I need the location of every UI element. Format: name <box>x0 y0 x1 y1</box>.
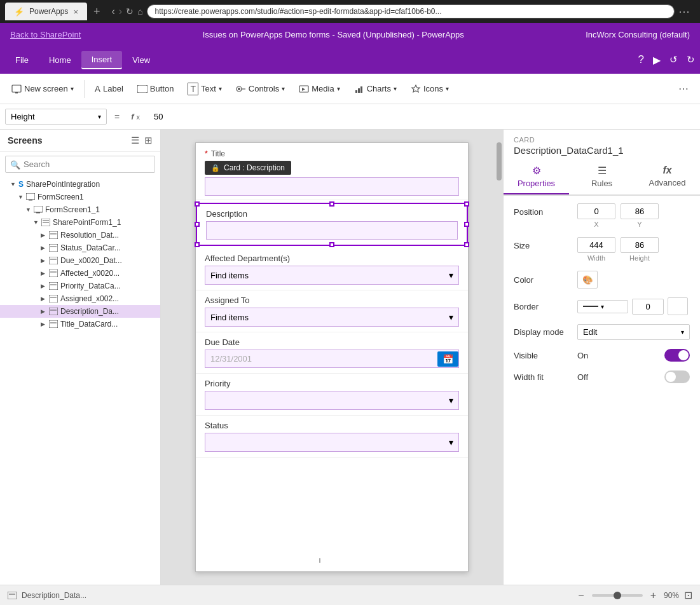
calendar-btn[interactable]: 📅 <box>437 351 458 367</box>
sidebar-grid-icon[interactable]: ⊞ <box>144 135 153 146</box>
zoom-level: 90% <box>664 591 679 600</box>
sidebar-item-resolution[interactable]: ▶ Resolution_Dat... <box>0 229 160 241</box>
media-caret: ▾ <box>337 85 340 92</box>
sidebar-item-affected[interactable]: ▶ Affected_x0020... <box>0 267 160 280</box>
property-dropdown[interactable]: Height ▾ <box>5 109 107 125</box>
canvas-vscrollbar[interactable] <box>495 130 503 564</box>
text-icon: T <box>188 83 198 95</box>
card-icon <box>49 269 58 277</box>
border-value-input[interactable] <box>632 299 664 315</box>
size-label: Size <box>514 237 577 250</box>
due-date-field[interactable]: 12/31/2001 📅 <box>205 350 459 368</box>
card-label: CARD <box>514 136 690 144</box>
new-screen-btn[interactable]: New screen ▾ <box>5 78 80 100</box>
menu-insert[interactable]: Insert <box>81 51 123 69</box>
button-btn[interactable]: Button <box>131 78 181 100</box>
browser-tab[interactable]: ⚡ PowerApps × <box>5 3 87 20</box>
due-date-section: Due Date 12/31/2001 📅 <box>196 332 468 374</box>
component-icon <box>8 592 17 599</box>
border-color-swatch[interactable] <box>668 297 688 315</box>
svg-rect-1 <box>15 92 18 93</box>
card-icon <box>49 231 58 239</box>
sidebar-list-icon[interactable]: ☰ <box>131 135 139 146</box>
sidebar-item-due[interactable]: ▶ Due_x0020_Dat... <box>0 254 160 267</box>
button-icon <box>137 85 148 93</box>
home-btn[interactable]: ⌂ <box>137 6 142 17</box>
sidebar-item-sharepointform[interactable]: ▼ SharePointForm1_1 <box>0 216 160 229</box>
handle-bm <box>329 242 334 247</box>
search-input[interactable] <box>5 156 155 173</box>
icons-btn[interactable]: Icons ▾ <box>404 78 455 100</box>
back-to-sharepoint-link[interactable]: Back to SharePoint <box>10 30 81 39</box>
icons-tool-icon <box>411 84 421 94</box>
priority-dropdown[interactable]: ▾ <box>205 391 459 410</box>
more-btn[interactable]: ⋯ <box>672 78 695 100</box>
sidebar-item-sharepoint-integration[interactable]: ▼ S SharePointIntegration <box>0 178 160 191</box>
tab-properties[interactable]: ⚙ Properties <box>504 158 569 194</box>
zoom-minus-btn[interactable]: − <box>575 590 586 601</box>
media-btn[interactable]: Media ▾ <box>292 78 346 100</box>
size-height-input[interactable] <box>621 237 659 253</box>
sidebar-item-title-card[interactable]: ▶ Title_DataCard... <box>0 318 160 330</box>
svg-rect-13 <box>34 206 43 212</box>
sidebar-item-assigned[interactable]: ▶ Assigned_x002... <box>0 292 160 305</box>
display-mode-dropdown[interactable]: Edit ▾ <box>577 324 690 340</box>
sidebar-item-status[interactable]: ▶ Status_DataCar... <box>0 241 160 254</box>
assigned-to-dropdown[interactable]: Find items ▾ <box>205 308 459 327</box>
play-icon[interactable]: ▶ <box>653 54 661 66</box>
dropdown-caret-icon: ▾ <box>449 312 453 322</box>
color-swatch[interactable]: 🎨 <box>577 271 598 289</box>
zoom-plus-btn[interactable]: + <box>648 590 659 601</box>
refresh-btn[interactable]: ↻ <box>126 6 134 17</box>
visible-toggle[interactable] <box>664 349 690 362</box>
status-dropdown[interactable]: ▾ <box>205 433 459 452</box>
tab-advanced[interactable]: fx Advanced <box>635 158 700 194</box>
visible-label: Visible <box>514 351 577 360</box>
menu-file[interactable]: File <box>5 51 39 69</box>
help-icon[interactable]: ? <box>638 53 644 66</box>
description-input[interactable] <box>206 221 458 240</box>
fx-button[interactable]: fx <box>127 112 144 121</box>
display-mode-caret: ▾ <box>681 329 684 336</box>
size-width-input[interactable] <box>577 237 615 253</box>
menu-home[interactable]: Home <box>39 51 81 69</box>
properties-panel: CARD Description_DataCard1_1 ⚙ Propertie… <box>503 130 700 585</box>
card-icon <box>49 257 58 264</box>
text-btn[interactable]: T Text ▾ <box>181 78 228 100</box>
sidebar-item-description[interactable]: ▶ Description_Da... <box>0 305 160 318</box>
menu-view[interactable]: View <box>122 51 160 69</box>
new-screen-caret: ▾ <box>71 85 74 92</box>
equals-sign: = <box>112 112 122 122</box>
charts-btn[interactable]: Charts ▾ <box>348 78 403 100</box>
back-btn[interactable]: ‹ <box>111 6 114 17</box>
undo-icon[interactable]: ↺ <box>669 54 678 65</box>
tab-close-icon[interactable]: × <box>73 7 78 17</box>
tab-rules[interactable]: ☰ Rules <box>569 158 635 194</box>
width-fit-toggle[interactable] <box>664 370 690 383</box>
fit-icon[interactable]: ⊡ <box>684 589 692 601</box>
controls-btn[interactable]: Controls ▾ <box>230 78 291 100</box>
canvas-scroll-area[interactable]: * Title 🔒 Card : Description Description <box>161 130 503 585</box>
canvas-vscroll-thumb[interactable] <box>497 142 502 180</box>
affected-dept-section: Affected Department(s) Find items ▾ <box>196 248 468 290</box>
affected-dept-dropdown[interactable]: Find items ▾ <box>205 266 459 285</box>
sidebar-item-priority[interactable]: ▶ Priority_DataCa... <box>0 280 160 292</box>
display-mode-label: Display mode <box>514 327 577 337</box>
svg-rect-8 <box>358 88 360 93</box>
title-input[interactable] <box>205 177 459 196</box>
label-btn[interactable]: A Label <box>88 78 130 100</box>
priority-label: Priority <box>205 379 459 388</box>
redo-icon[interactable]: ↻ <box>687 54 695 65</box>
formula-input[interactable] <box>149 109 695 124</box>
address-bar[interactable]: https://create.powerapps.com/studio/#act… <box>147 4 675 18</box>
position-y-input[interactable] <box>621 203 659 219</box>
forward-btn[interactable]: › <box>119 6 122 17</box>
border-style-dropdown[interactable]: ▾ <box>577 300 628 313</box>
sidebar-item-formscreen1[interactable]: ▼ FormScreen1 <box>0 191 160 203</box>
browser-menu-icon[interactable]: ⋯ <box>678 4 690 18</box>
new-tab-btn[interactable]: + <box>90 5 104 18</box>
position-x-input[interactable] <box>577 203 615 219</box>
sidebar-item-formscreen1-1[interactable]: ▼ FormScreen1_1 <box>0 203 160 216</box>
zoom-slider[interactable] <box>592 594 643 597</box>
dropdown-caret-icon: ▾ <box>449 270 453 280</box>
